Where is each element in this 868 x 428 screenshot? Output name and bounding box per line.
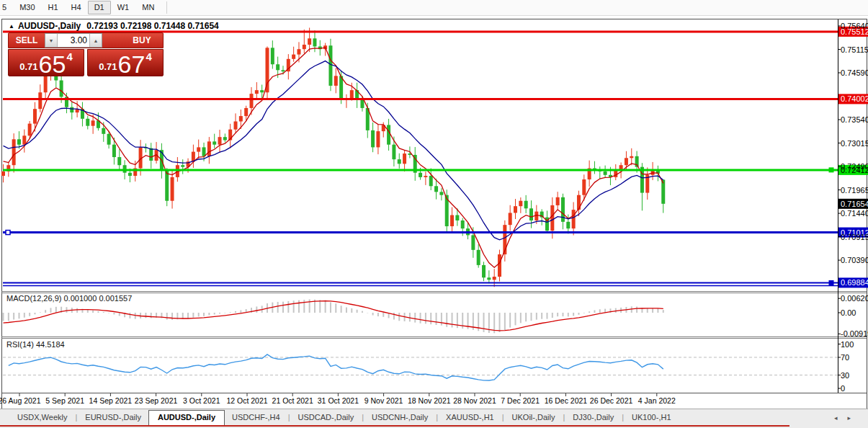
svg-text:-0.00919: -0.00919 — [841, 329, 868, 338]
svg-text:0.006201: 0.006201 — [841, 294, 868, 303]
sell-price-prefix: 0.71 — [19, 61, 37, 72]
svg-text:0.73540: 0.73540 — [841, 115, 868, 124]
buy-price-pip-digit: 4 — [146, 50, 151, 63]
chart-symbol-label: AUDUSD-,Daily — [18, 21, 81, 31]
sell-price-display[interactable]: 0.71 65 4 — [8, 49, 84, 76]
svg-text:3 Oct 2021: 3 Oct 2021 — [183, 396, 220, 405]
svg-text:18 Nov 2021: 18 Nov 2021 — [408, 396, 451, 405]
volume-input[interactable]: 3.00 — [58, 34, 89, 47]
bottom-accent-line — [0, 425, 789, 427]
svg-text:26 Aug 2021: 26 Aug 2021 — [0, 396, 41, 405]
svg-text:5 Sep 2021: 5 Sep 2021 — [45, 396, 84, 405]
svg-text:21 Oct 2021: 21 Oct 2021 — [272, 396, 313, 405]
buy-price-big-digits: 67 — [118, 53, 146, 75]
one-click-trading-widget: SELL ▼ 3.00 ▲ BUY 0.71 65 4 0.71 67 4 — [8, 32, 164, 76]
svg-text:70: 70 — [841, 353, 849, 362]
macd-panel: 0.0062010.00-0.00919 — [4, 294, 868, 338]
svg-text:28 Nov 2021: 28 Nov 2021 — [453, 396, 496, 405]
date-axis[interactable]: 26 Aug 20215 Sep 202114 Sep 202123 Sep 2… — [0, 393, 676, 405]
svg-text:0.72490: 0.72490 — [841, 162, 868, 171]
svg-text:0.74590: 0.74590 — [841, 68, 868, 77]
svg-text:9 Nov 2021: 9 Nov 2021 — [364, 396, 403, 405]
rsi-panel: 10070300 — [3, 340, 854, 393]
svg-text:16 Dec 2021: 16 Dec 2021 — [545, 396, 588, 405]
chart-ohlc-values: 0.72193 0.72198 0.71448 0.71654 — [86, 21, 219, 31]
svg-text:100: 100 — [841, 340, 854, 349]
buy-price-display[interactable]: 0.71 67 4 — [87, 49, 164, 76]
svg-text:0.71965: 0.71965 — [841, 186, 868, 195]
svg-text:12 Oct 2021: 12 Oct 2021 — [226, 396, 267, 405]
current-price-label: 0.71654 — [838, 199, 868, 209]
rsi-label: RSI(14) 44.5184 — [6, 340, 65, 349]
svg-text:0.73015: 0.73015 — [841, 139, 868, 148]
svg-text:30: 30 — [841, 371, 849, 380]
svg-text:0.75115: 0.75115 — [841, 45, 868, 54]
sell-price-pip-digit: 4 — [66, 50, 72, 63]
buy-button[interactable]: BUY — [121, 33, 163, 48]
svg-text:0.71440: 0.71440 — [841, 209, 868, 218]
trade-widget-top-row: SELL ▼ 3.00 ▲ BUY — [8, 32, 164, 48]
macd-label: MACD(12,26,9) 0.001000 0.001557 — [6, 294, 132, 303]
svg-text:23 Sep 2021: 23 Sep 2021 — [135, 396, 178, 405]
svg-text:0.70390: 0.70390 — [841, 256, 868, 264]
svg-text:0.75640: 0.75640 — [841, 22, 868, 30]
svg-text:14 Sep 2021: 14 Sep 2021 — [89, 396, 133, 405]
svg-text:31 Oct 2021: 31 Oct 2021 — [318, 396, 359, 405]
sell-button[interactable]: SELL — [9, 33, 45, 48]
svg-text:7 Dec 2021: 7 Dec 2021 — [501, 396, 540, 405]
chart-title: ▲ AUDUSD-,Daily 0.72193 0.72198 0.71448 … — [9, 21, 219, 31]
svg-text:0.00: 0.00 — [841, 308, 856, 317]
svg-text:0.70915: 0.70915 — [841, 233, 868, 241]
moving-average-fast-ma — [4, 48, 663, 267]
trade-widget-price-row: 0.71 65 4 0.71 67 4 — [8, 49, 164, 76]
volume-spinner: ▼ 3.00 ▲ — [45, 33, 102, 48]
fast-ma — [4, 48, 663, 267]
mt4-terminal: 5M30H1H4D1W1MN ▲ AUDUSD-,Daily 0.72193 0… — [0, 0, 868, 428]
volume-decrease-button[interactable]: ▼ — [45, 34, 58, 47]
svg-text:0.71654: 0.71654 — [841, 200, 868, 208]
svg-text:0.69884: 0.69884 — [841, 278, 868, 287]
svg-text:0: 0 — [841, 384, 845, 393]
collapse-triangle-icon[interactable]: ▲ — [9, 23, 14, 30]
volume-increase-button[interactable]: ▲ — [89, 34, 102, 47]
svg-text:4 Jan 2022: 4 Jan 2022 — [638, 396, 676, 405]
svg-text:26 Dec 2021: 26 Dec 2021 — [590, 396, 633, 405]
svg-text:0.74002: 0.74002 — [841, 94, 868, 103]
sell-price-big-digits: 65 — [39, 53, 66, 75]
buy-price-prefix: 0.71 — [99, 61, 117, 72]
